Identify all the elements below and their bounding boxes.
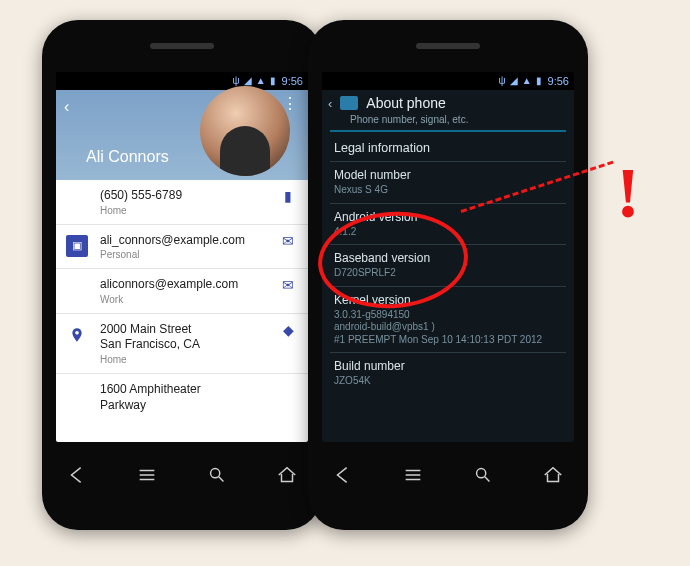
row-primary-line2: San Francisco, CA (100, 337, 278, 353)
row-primary: (650) 555-6789 (100, 188, 278, 204)
contact-row-email-work[interactable]: aliconnors@example.com Work ✉ (56, 268, 308, 313)
contact-row-address[interactable]: 2000 Main Street San Francisco, CA Home … (56, 313, 308, 373)
settings-panel[interactable]: ‹ About phone Phone number, signal, etc.… (322, 90, 574, 442)
blank-icon (66, 279, 88, 301)
settings-value: 4.1.2 (334, 226, 564, 239)
chevron-left-icon[interactable]: ‹ (328, 96, 332, 111)
settings-value: Nexus S 4G (334, 184, 564, 197)
row-secondary: Personal (100, 249, 278, 260)
svg-point-0 (211, 469, 220, 478)
directions-icon[interactable]: ◆ (278, 322, 298, 338)
settings-subtitle: Phone number, signal, etc. (322, 114, 574, 130)
annotation-exclamation: ! (616, 152, 640, 235)
blank-icon (66, 384, 88, 406)
row-primary: ali_connors@example.com (100, 233, 278, 249)
settings-header[interactable]: ‹ About phone (322, 90, 574, 114)
wifi-icon: ▲ (522, 76, 532, 86)
mail-icon[interactable]: ✉ (278, 233, 298, 249)
mail-icon[interactable]: ✉ (278, 277, 298, 293)
row-primary: aliconnors@example.com (100, 277, 278, 293)
row-secondary: Work (100, 294, 278, 305)
about-phone-icon (340, 96, 358, 110)
screen-left: ψ ◢ ▲ ▮ 9:56 ‹ ✎ ⋮ Ali Connors (650) 555… (56, 72, 308, 442)
settings-label: Model number (334, 168, 564, 182)
soft-buttons (42, 442, 322, 508)
statusbar: ψ ◢ ▲ ▮ 9:56 (322, 72, 574, 90)
home-button-icon[interactable] (273, 461, 301, 489)
settings-item-baseband[interactable]: Baseband version D720SPRLF2 (322, 245, 574, 286)
statusbar: ψ ◢ ▲ ▮ 9:56 (56, 72, 308, 90)
row-primary: 2000 Main Street (100, 322, 278, 338)
settings-value: D720SPRLF2 (334, 267, 564, 280)
back-button-icon[interactable] (329, 461, 357, 489)
settings-item-build[interactable]: Build number JZO54K (322, 353, 574, 394)
back-icon[interactable]: ‹ (64, 98, 69, 116)
phone-device-right: ψ ◢ ▲ ▮ 9:56 ‹ About phone Phone number,… (308, 20, 588, 530)
row-secondary: Home (100, 354, 278, 365)
settings-item-model[interactable]: Model number Nexus S 4G (322, 162, 574, 203)
settings-value: 3.0.31-g5894150 android-build@vpbs1 ) #1… (334, 309, 564, 347)
phone-earpiece-area (308, 20, 588, 72)
battery-icon: ▮ (270, 76, 276, 86)
settings-label: Android version (334, 210, 564, 224)
header-divider (330, 130, 566, 132)
settings-label: Baseband version (334, 251, 564, 265)
search-button-icon[interactable] (203, 461, 231, 489)
contact-row-email-personal[interactable]: ▣ ali_connors@example.com Personal ✉ (56, 224, 308, 269)
settings-item-kernel[interactable]: Kernel version 3.0.31-g5894150 android-b… (322, 287, 574, 353)
contact-name: Ali Connors (86, 148, 169, 166)
phone-device-left: ψ ◢ ▲ ▮ 9:56 ‹ ✎ ⋮ Ali Connors (650) 555… (42, 20, 322, 530)
contact-card-icon: ▣ (66, 235, 88, 257)
settings-label: Build number (334, 359, 564, 373)
wifi-icon: ▲ (256, 76, 266, 86)
home-button-icon[interactable] (539, 461, 567, 489)
phone-icon (66, 190, 88, 212)
svg-point-1 (477, 469, 486, 478)
row-secondary: Home (100, 205, 278, 216)
statusbar-clock: 9:56 (282, 75, 303, 87)
sms-icon[interactable]: ▮ (278, 188, 298, 204)
screen-right: ψ ◢ ▲ ▮ 9:56 ‹ About phone Phone number,… (322, 72, 574, 442)
settings-value: JZO54K (334, 375, 564, 388)
menu-button-icon[interactable] (133, 461, 161, 489)
contact-row-phone[interactable]: (650) 555-6789 Home ▮ (56, 180, 308, 224)
contact-row-address-2[interactable]: 1600 Amphitheater Parkway (56, 373, 308, 421)
usb-icon: ψ (233, 76, 240, 86)
settings-label: Legal information (334, 141, 564, 155)
settings-label: Kernel version (334, 293, 564, 307)
signal-icon: ◢ (244, 76, 252, 86)
phone-earpiece-area (42, 20, 322, 72)
contact-photo (200, 86, 290, 176)
statusbar-clock: 9:56 (548, 75, 569, 87)
map-pin-icon (66, 324, 88, 346)
contact-list[interactable]: (650) 555-6789 Home ▮ ▣ ali_connors@exam… (56, 180, 308, 442)
search-button-icon[interactable] (469, 461, 497, 489)
row-primary-line2: Parkway (100, 398, 278, 414)
row-primary: 1600 Amphitheater (100, 382, 278, 398)
back-button-icon[interactable] (63, 461, 91, 489)
settings-title: About phone (366, 95, 445, 111)
usb-icon: ψ (499, 76, 506, 86)
settings-item-legal[interactable]: Legal information (322, 135, 574, 161)
signal-icon: ◢ (510, 76, 518, 86)
battery-icon: ▮ (536, 76, 542, 86)
settings-item-android-version[interactable]: Android version 4.1.2 (322, 204, 574, 245)
soft-buttons (308, 442, 588, 508)
menu-button-icon[interactable] (399, 461, 427, 489)
contact-header: ‹ ✎ ⋮ Ali Connors (56, 90, 308, 180)
